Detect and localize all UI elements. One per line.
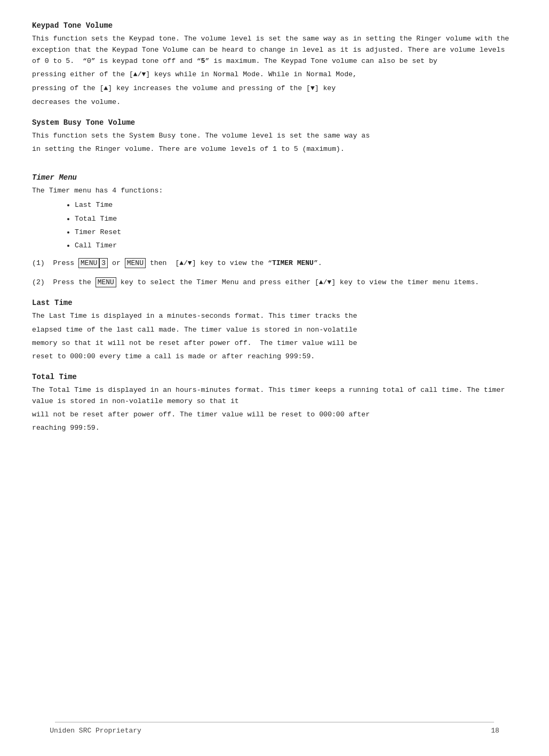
last-time-p1: The Last Time is displayed in a minutes-… [32,310,517,321]
list-item: Call Timer [75,239,517,252]
footer-rule [55,722,494,722]
system-busy-p2: in setting the Ringer volume. There are … [32,143,517,155]
list-item: Timer Reset [75,226,517,239]
total-time-p1: The Total Time is displayed in an hours-… [32,384,517,407]
keypad-tone-p1: This function sets the Keypad tone. The … [32,33,517,67]
keypad-tone-section: Keypad Tone Volume This function sets th… [32,21,517,108]
system-busy-section: System Busy Tone Volume This function se… [32,118,517,155]
keypad-tone-p4: decreases the volume. [32,96,517,108]
timer-step1: (1) Press MENU3 or MENU then [▲/▼] key t… [32,258,517,269]
timer-menu-list: Last Time Total Time Timer Reset Call Ti… [75,198,517,252]
last-time-title: Last Time [32,299,517,307]
page-number: 18 [491,727,499,735]
total-time-p2: will not be reset after power off. The t… [32,409,517,420]
footer-company: Uniden SRC Proprietary [50,727,141,735]
timer-menu-intro: The Timer menu has 4 functions: [32,185,517,196]
timer-step2: (2) Press the MENU key to select the Tim… [32,277,517,288]
system-busy-title: System Busy Tone Volume [32,118,517,127]
list-item: Total Time [75,212,517,226]
keypad-tone-p3: pressing of the [▲] key increases the vo… [32,83,517,94]
total-time-p3: reaching 999:59. [32,422,517,433]
timer-menu-title: Timer Menu [32,173,517,182]
list-item: Last Time [75,198,517,212]
total-time-section: Total Time The Total Time is displayed i… [32,373,517,434]
keypad-tone-p2: pressing either of the [▲/▼] keys while … [32,69,517,81]
page-footer: Uniden SRC Proprietary 18 [0,722,549,735]
last-time-section: Last Time The Last Time is displayed in … [32,299,517,362]
total-time-title: Total Time [32,373,517,381]
last-time-p4: reset to 000:00 every time a call is mad… [32,351,517,362]
system-busy-p1: This function sets the System Busy tone.… [32,130,517,141]
last-time-p3: memory so that it will not be reset afte… [32,337,517,349]
last-time-p2: elapsed time of the last call made. The … [32,324,517,335]
keypad-tone-title: Keypad Tone Volume [32,21,517,30]
timer-menu-section: Timer Menu The Timer menu has 4 function… [32,173,517,288]
